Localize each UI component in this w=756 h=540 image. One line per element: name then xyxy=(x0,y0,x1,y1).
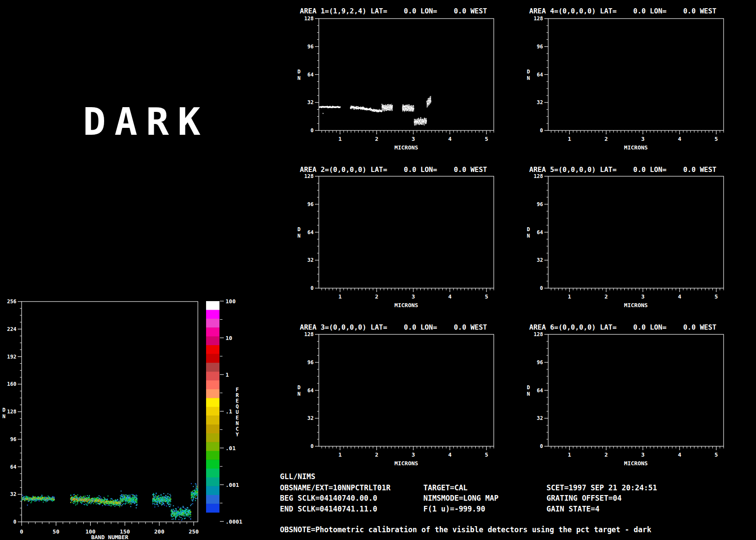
tick-label: 4 xyxy=(678,136,681,142)
frequency-axis-label: Q xyxy=(235,403,238,410)
tick-label: 1 xyxy=(338,451,342,458)
frequency-axis-label: E xyxy=(235,415,238,421)
dn-axis-label: N xyxy=(527,233,530,239)
microns-axis-label: MICRONS xyxy=(394,302,418,308)
area-2-title: AREA 2=(0,0,0,0) LAT= 0.0 LON= 0.0 WEST xyxy=(300,165,487,174)
tick-label: 0 xyxy=(311,443,314,449)
dn-axis-label: N xyxy=(297,391,300,397)
tick-label: 0 xyxy=(540,285,543,291)
tick-label: 32 xyxy=(537,257,543,263)
tick-label: 32 xyxy=(308,99,314,105)
tick-label: 4 xyxy=(448,451,451,458)
dn-axis-label: D xyxy=(297,69,300,75)
tick-label: 96 xyxy=(537,359,543,365)
target-label: TARGET=CAL xyxy=(423,483,467,492)
dn-axis-label: N xyxy=(297,233,300,239)
tick-label: 32 xyxy=(308,257,314,263)
tick-label: 5 xyxy=(715,136,718,142)
colorbar-tick-label: .01 xyxy=(226,445,236,451)
tick-label: 2 xyxy=(375,451,378,458)
tick-label: 96 xyxy=(308,201,314,207)
area-plot-1: 032649612812345MICRONSDN xyxy=(297,16,494,151)
tick-label: 3 xyxy=(412,293,415,300)
tick-label: 3 xyxy=(412,136,415,142)
tick-label: 32 xyxy=(308,415,314,421)
dn-band-histogram: 0326496128160192224256050100150200250BAN… xyxy=(2,299,199,540)
dn-axis-label: N xyxy=(527,391,530,397)
tick-label: 4 xyxy=(448,293,451,300)
tick-label: 3 xyxy=(641,293,645,300)
band-number-axis-label: BAND NUMBER xyxy=(91,534,128,540)
area-6-title: AREA 6=(0,0,0,0) LAT= 0.0 LON= 0.0 WEST xyxy=(529,323,716,331)
tick-label: 0 xyxy=(311,285,314,291)
tick-label: 2 xyxy=(604,451,608,458)
tick-label: 128 xyxy=(7,409,16,415)
tick-label: 160 xyxy=(7,381,16,387)
colorbar-tick-label: .001 xyxy=(226,482,239,488)
tick-label: 1 xyxy=(568,293,571,300)
tick-label: 64 xyxy=(10,464,16,470)
tick-label: 64 xyxy=(308,388,314,394)
colorbar-tick-label: 10 xyxy=(226,335,232,341)
tick-label: 96 xyxy=(308,359,314,365)
tick-label: 96 xyxy=(537,44,543,50)
frequency-axis-label: R xyxy=(235,392,239,398)
microns-axis-label: MICRONS xyxy=(394,460,418,467)
tick-label: 32 xyxy=(537,99,543,105)
frequency-axis-label: U xyxy=(235,409,238,415)
tick-label: 3 xyxy=(641,451,645,458)
tick-label: 200 xyxy=(154,528,165,535)
area-plot-6: 032649612812345MICRONSDN xyxy=(527,331,724,467)
microns-axis-label: MICRONS xyxy=(624,302,648,308)
tick-label: 2 xyxy=(604,293,608,300)
dark-banner: DARK xyxy=(83,103,209,141)
plots-canvas: 032649612812345MICRONSDN032649612812345M… xyxy=(0,0,756,540)
dn-axis-label: D xyxy=(527,226,530,232)
tick-label: 2 xyxy=(604,136,608,142)
colorbar-tick-label: 100 xyxy=(226,298,236,305)
nimsmode-label: NIMSMODE=LONG MAP xyxy=(423,494,499,502)
area-5-title: AREA 5=(0,0,0,0) LAT= 0.0 LON= 0.0 WEST xyxy=(529,165,716,174)
tick-label: 0 xyxy=(540,443,543,449)
dn-axis-label: N xyxy=(2,413,5,419)
tick-label: 3 xyxy=(412,451,415,458)
tick-label: 2 xyxy=(375,136,378,142)
tick-label: 5 xyxy=(715,293,718,300)
instrument-label: GLL/NIMS xyxy=(280,472,315,481)
tick-label: 128 xyxy=(534,331,543,337)
area-plot-2: 032649612812345MICRONSDN xyxy=(297,173,494,308)
obsname-label: OBSNAME/EXT=10NNPCTRLT01R xyxy=(280,483,391,492)
colorbar-tick-label: .1 xyxy=(226,408,232,415)
tick-label: 96 xyxy=(308,44,314,50)
tick-label: 224 xyxy=(7,326,16,332)
tick-label: 128 xyxy=(304,16,314,22)
frequency-axis-label: N xyxy=(235,420,238,426)
tick-label: 32 xyxy=(537,415,543,421)
tick-label: 1 xyxy=(568,451,571,458)
tick-label: 64 xyxy=(308,72,314,78)
tick-label: 250 xyxy=(189,528,199,535)
tick-label: 64 xyxy=(537,388,543,394)
tick-label: 2 xyxy=(375,293,378,300)
frequency-axis-label: C xyxy=(235,426,238,432)
tick-label: 32 xyxy=(10,491,16,497)
tick-label: 96 xyxy=(10,436,16,442)
area-1-title: AREA 1=(1,9,2,4) LAT= 0.0 LON= 0.0 WEST xyxy=(300,7,487,15)
scet-label: SCET=1997 SEP 21 20:24:51 xyxy=(546,483,657,492)
beg-sclk-label: BEG SCLK=04140740.00.0 xyxy=(280,494,377,502)
tick-label: 4 xyxy=(448,136,451,142)
tick-label: 0 xyxy=(540,127,543,133)
microns-axis-label: MICRONS xyxy=(394,144,418,151)
dn-axis-label: N xyxy=(297,75,300,81)
tick-label: 5 xyxy=(485,136,488,142)
tick-label: 0 xyxy=(20,528,23,535)
f1u-label: F(1 u)=-999.90 xyxy=(423,505,485,513)
dn-axis-label: D xyxy=(527,69,530,75)
tick-label: 50 xyxy=(53,528,60,535)
tick-label: 64 xyxy=(537,229,543,235)
tick-label: 128 xyxy=(304,173,314,179)
tick-label: 0 xyxy=(311,127,314,133)
tick-label: 4 xyxy=(678,451,681,458)
dn-axis-label: D xyxy=(297,226,300,232)
tick-label: 96 xyxy=(537,201,543,207)
